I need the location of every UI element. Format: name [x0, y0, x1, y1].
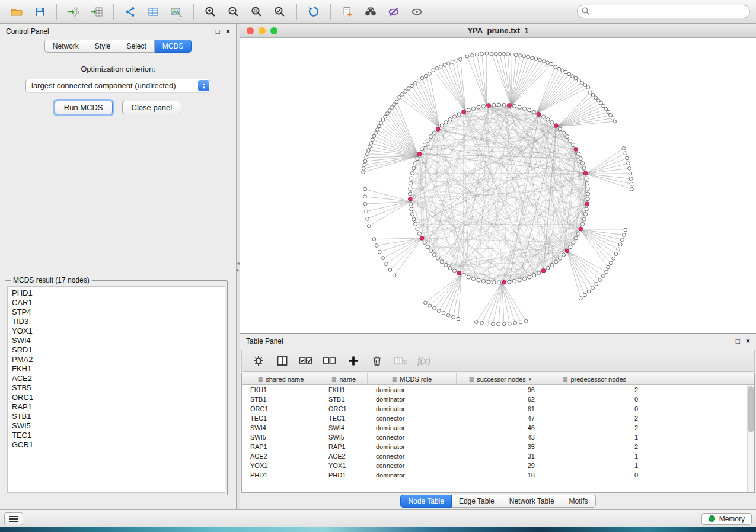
tab-network-table[interactable]: Network Table — [502, 495, 562, 508]
tab-mcds[interactable]: MCDS — [155, 40, 192, 53]
open-folder-icon[interactable] — [6, 2, 27, 21]
table-row[interactable]: SWI4SWI4dominator462 — [242, 423, 754, 432]
zoom-out-icon[interactable] — [223, 2, 244, 21]
zoom-fit-icon[interactable] — [246, 2, 267, 21]
column-header-shared-name[interactable]: ▦shared name — [242, 373, 320, 384]
search-icon — [581, 7, 591, 18]
result-node-item[interactable]: PHD1 — [12, 289, 221, 298]
result-node-item[interactable]: RAP1 — [12, 402, 221, 412]
table-row[interactable]: ACE2ACE2connector311 — [242, 451, 754, 461]
zoom-selected-icon[interactable] — [269, 2, 291, 21]
table-cell: FKH1 — [242, 385, 320, 395]
column-header-predecessor-nodes[interactable]: ▦predecessor nodes — [544, 373, 645, 384]
result-node-item[interactable]: ORC1 — [12, 393, 221, 402]
result-node-item[interactable]: STB1 — [12, 412, 221, 421]
collapse-right-icon[interactable]: ▸ — [237, 267, 239, 273]
close-panel-icon[interactable]: × — [226, 28, 230, 35]
table-cell: ORC1 — [242, 404, 320, 414]
tab-select[interactable]: Select — [119, 40, 155, 53]
table-cell: dominator — [368, 423, 457, 432]
table-settings-gear-icon[interactable] — [251, 354, 266, 368]
scrollbar-thumb[interactable] — [748, 386, 754, 432]
result-node-item[interactable]: YOX1 — [12, 326, 221, 336]
refresh-icon[interactable] — [303, 2, 324, 21]
result-node-item[interactable]: GCR1 — [12, 440, 221, 450]
result-node-item[interactable]: FKH1 — [12, 364, 221, 374]
show-details-icon[interactable] — [406, 2, 428, 21]
window-controls — [240, 27, 277, 34]
column-header-successor-nodes[interactable]: ▦successor nodes▾ — [457, 373, 544, 384]
column-header-filler — [645, 373, 754, 384]
memory-button[interactable]: Memory — [701, 513, 752, 525]
column-label: successor nodes — [477, 376, 526, 383]
close-window-icon[interactable] — [247, 27, 254, 34]
collapse-left-icon[interactable]: ◂ — [237, 261, 239, 266]
table-row[interactable]: YOX1YOX1connector291 — [242, 461, 754, 470]
tab-edge-table[interactable]: Edge Table — [452, 495, 502, 508]
table-cell: 61 — [457, 404, 544, 414]
hide-details-icon[interactable] — [383, 2, 404, 21]
table-row[interactable]: RAP1RAP1dominator352 — [242, 442, 754, 451]
float-table-panel-icon[interactable]: □ — [736, 338, 740, 345]
tab-node-table[interactable]: Node Table — [400, 495, 452, 508]
result-node-item[interactable]: TID3 — [12, 317, 221, 326]
select-all-icon[interactable] — [299, 354, 313, 368]
network-from-table-icon[interactable] — [143, 2, 164, 21]
export-image-icon[interactable] — [166, 2, 187, 21]
delete-trash-icon[interactable] — [370, 354, 384, 368]
table-cell: 2 — [544, 442, 645, 451]
share-document-icon[interactable] — [337, 2, 358, 21]
tab-motifs[interactable]: Motifs — [562, 495, 596, 508]
result-node-item[interactable]: ACE2 — [12, 374, 221, 383]
column-header-mcds-role[interactable]: ▦MCDS role — [368, 373, 457, 384]
close-panel-button[interactable]: Close panel — [122, 101, 182, 114]
table-cell: YOX1 — [242, 461, 320, 470]
table-cell: connector — [368, 432, 457, 442]
criterion-dropdown[interactable]: largest connected component (undirected)… — [25, 79, 210, 92]
panel-splitter[interactable]: ◂ ▸ — [236, 24, 240, 509]
result-node-item[interactable]: STP4 — [12, 307, 221, 317]
zoom-window-icon[interactable] — [270, 27, 277, 34]
table-cell: SWI5 — [242, 432, 320, 442]
table-panel-title: Table Panel — [246, 337, 283, 345]
new-network-icon[interactable] — [120, 2, 141, 21]
search-binoculars-icon[interactable] — [360, 2, 381, 21]
table-row[interactable]: ORC1ORC1dominator610 — [242, 404, 754, 414]
mcds-result-title: MCDS result (17 nodes) — [11, 276, 92, 284]
show-columns-icon[interactable] — [275, 354, 289, 368]
minimize-window-icon[interactable] — [259, 27, 266, 34]
result-node-item[interactable]: SWI4 — [12, 336, 221, 345]
tab-network[interactable]: Network — [44, 40, 87, 53]
table-row[interactable]: FKH1FKH1dominator962 — [242, 385, 754, 395]
table-cell: 2 — [544, 385, 645, 395]
mcds-result-list[interactable]: PHD1CAR1STP4TID3YOX1SWI4SRD1PMA2FKH1ACE2… — [7, 286, 225, 493]
column-label: shared name — [266, 376, 304, 383]
table-row[interactable]: PHD1PHD1dominator180 — [242, 470, 754, 480]
close-table-panel-icon[interactable]: × — [746, 338, 750, 345]
run-mcds-button[interactable]: Run MCDS — [55, 101, 113, 114]
table-scrollbar[interactable] — [747, 385, 754, 492]
import-table-file-icon[interactable] — [86, 2, 107, 21]
result-node-item[interactable]: SRD1 — [12, 345, 221, 355]
result-node-item[interactable]: PMA2 — [12, 355, 221, 364]
tab-style[interactable]: Style — [87, 40, 119, 53]
table-row[interactable]: SWI5SWI5connector431 — [242, 432, 754, 442]
result-node-item[interactable]: CAR1 — [12, 298, 221, 307]
unselect-all-icon[interactable] — [323, 354, 337, 368]
table-row[interactable]: STB1STB1dominator620 — [242, 395, 754, 404]
float-panel-icon[interactable]: □ — [216, 28, 220, 35]
network-canvas[interactable] — [240, 38, 756, 333]
save-icon[interactable] — [29, 2, 50, 21]
zoom-in-icon[interactable] — [200, 2, 221, 21]
result-node-item[interactable]: SWI5 — [12, 421, 221, 431]
import-network-file-icon[interactable] — [63, 2, 84, 21]
result-node-item[interactable]: STB5 — [12, 383, 221, 393]
add-column-icon[interactable] — [346, 354, 361, 368]
result-node-item[interactable]: TEC1 — [12, 431, 221, 440]
search-input[interactable] — [577, 5, 750, 18]
column-header-name[interactable]: ▦name — [320, 373, 368, 384]
table-row[interactable]: TEC1TEC1connector472 — [242, 414, 754, 423]
control-panel-title: Control Panel — [6, 27, 49, 36]
panel-menu-icon[interactable] — [4, 512, 23, 525]
main-area: Control Panel □ × Network Style Select M… — [0, 24, 756, 509]
